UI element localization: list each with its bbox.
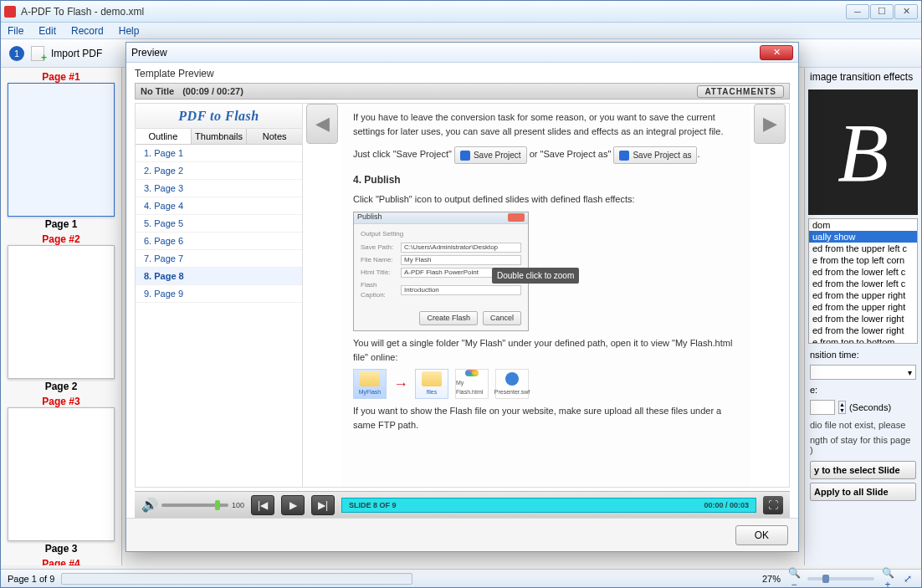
next-button[interactable]: ▶|: [311, 495, 335, 515]
effect-item[interactable]: dom: [809, 219, 917, 231]
import-pdf-icon[interactable]: [31, 46, 44, 61]
slide-area: PDF to Flash Outline Thumbnails Notes 1.…: [135, 103, 790, 488]
transition-time-row: nsition time:: [805, 347, 921, 362]
outline-item[interactable]: 6. Page 6: [136, 233, 302, 250]
outline-pane: PDF to Flash Outline Thumbnails Notes 1.…: [136, 104, 303, 487]
effect-list[interactable]: dom ually show ed from the upper left c …: [808, 218, 918, 344]
apply-select-slide-button[interactable]: y to the select Slide: [810, 461, 916, 479]
prev-slide-button[interactable]: ◀: [306, 104, 338, 144]
thumb-foot: Page 3: [8, 541, 115, 555]
thumb-2[interactable]: Page #2 Page 2: [8, 233, 115, 392]
text: Just click "Save Project": [353, 149, 452, 159]
effect-item[interactable]: ed from the lower right: [809, 325, 917, 336]
minimize-button[interactable]: [846, 4, 869, 19]
zoom-fit-icon[interactable]: ⤢: [901, 572, 914, 585]
zoom-in-icon[interactable]: 🔍+: [881, 572, 894, 585]
publish-cancel-button: Cancel: [483, 311, 521, 326]
fullscreen-button[interactable]: ⛶: [763, 496, 783, 514]
text: or "Save Project as": [530, 149, 612, 159]
volume-slider[interactable]: [161, 504, 228, 507]
time-label: e:: [810, 385, 817, 395]
app-icon: [4, 6, 16, 18]
volume-control[interactable]: 🔊 100: [141, 497, 244, 513]
menu-record[interactable]: Record: [71, 25, 104, 37]
import-pdf-label[interactable]: Import PDF: [51, 48, 102, 59]
seconds-spinner[interactable]: ▲▼: [838, 401, 846, 414]
step-badge-1: 1: [9, 46, 24, 61]
next-slide-button[interactable]: ▶: [754, 104, 786, 144]
effect-item[interactable]: ed from the lower left c: [809, 266, 917, 278]
zoom-value: 27%: [762, 574, 781, 584]
maximize-button[interactable]: [870, 4, 894, 19]
window-title: A-PDF To Flash - demo.xml: [21, 6, 846, 18]
page-thumbnails[interactable]: Page #1 Page 1 Page #2 Page 2 Page #3 Pa…: [1, 68, 122, 565]
effect-item[interactable]: e from top to bottom: [809, 336, 917, 344]
menu-help[interactable]: Help: [119, 25, 140, 37]
right-panel: image transition effects B dom ually sho…: [804, 68, 921, 565]
tab-thumbnails[interactable]: Thumbnails: [192, 129, 248, 144]
zoom-out-icon[interactable]: 🔍−: [787, 572, 801, 585]
file-html: My Flash.html: [455, 369, 489, 399]
speaker-icon[interactable]: 🔊: [141, 497, 158, 513]
tab-notes[interactable]: Notes: [247, 129, 302, 144]
transition-time-label: nsition time:: [810, 350, 859, 360]
tab-outline[interactable]: Outline: [136, 129, 192, 144]
thumb-4[interactable]: Page #4: [8, 558, 115, 565]
dialog-title: Preview: [131, 47, 760, 59]
titlebar[interactable]: A-PDF To Flash - demo.xml: [1, 1, 921, 23]
effect-item[interactable]: ed from the upper left c: [809, 243, 917, 254]
playbar: 🔊 100 |◀ ▶ ▶| SLIDE 8 OF 9 00:00 / 00:03…: [135, 491, 790, 518]
outline-item[interactable]: 5. Page 5: [136, 215, 302, 233]
dialog-close-button[interactable]: ✕: [760, 45, 793, 60]
zoom-tooltip: Double click to zoom: [492, 268, 579, 284]
outline-item[interactable]: 8. Page 8: [136, 268, 302, 285]
outline-item[interactable]: 4. Page 4: [136, 197, 302, 215]
thumb-image[interactable]: [8, 245, 115, 379]
outline-list[interactable]: 1. Page 1 2. Page 2 3. Page 3 4. Page 4 …: [136, 145, 302, 487]
thumb-3[interactable]: Page #3 Page 3: [8, 396, 115, 555]
save-path-value: C:\Users\Administrator\Desktop: [401, 243, 521, 253]
outline-tabs: Outline Thumbnails Notes: [136, 129, 302, 145]
slide-counter: SLIDE 8 OF 9: [349, 501, 397, 509]
apply-all-slide-button[interactable]: Apply to all Slide: [810, 483, 916, 501]
zoom-slider[interactable]: [807, 577, 874, 580]
effect-item[interactable]: e from the top left corn: [809, 254, 917, 266]
effect-preview: B: [808, 89, 918, 215]
outline-item[interactable]: 7. Page 7: [136, 250, 302, 268]
file-name-label: File Name:: [361, 255, 397, 265]
outline-item[interactable]: 9. Page 9: [136, 285, 302, 303]
flash-caption-value: Introduction: [401, 285, 521, 295]
effect-item[interactable]: ed from the lower right: [809, 313, 917, 325]
attachments-button[interactable]: ATTACHMENTS: [697, 85, 784, 98]
thumb-image[interactable]: [8, 407, 115, 541]
seconds-input[interactable]: [810, 400, 835, 415]
menu-file[interactable]: File: [8, 25, 23, 37]
dialog-footer: OK: [126, 518, 798, 551]
thumb-1[interactable]: Page #1 Page 1: [8, 71, 115, 230]
prev-button[interactable]: |◀: [251, 495, 274, 515]
effect-item[interactable]: ed from the upper right: [809, 289, 917, 301]
menu-edit[interactable]: Edit: [38, 25, 56, 37]
progress-track[interactable]: SLIDE 8 OF 9 00:00 / 00:03: [341, 498, 756, 513]
save-project-button: Save Project: [454, 146, 527, 164]
effect-item[interactable]: ually show: [809, 231, 917, 243]
outline-item[interactable]: 1. Page 1: [136, 145, 302, 162]
outline-item[interactable]: 2. Page 2: [136, 162, 302, 180]
thumb-foot: Page 2: [8, 379, 115, 392]
effect-item[interactable]: ed from the lower left c: [809, 278, 917, 289]
close-button[interactable]: [894, 4, 918, 19]
create-flash-button: Create Flash: [419, 311, 478, 326]
output-setting-label: Output Setting: [361, 229, 521, 239]
thumb-image[interactable]: [8, 83, 115, 217]
slide-viewer[interactable]: If you have to leave the conversion task…: [341, 104, 750, 487]
play-button[interactable]: ▶: [281, 495, 305, 515]
horizontal-scrollbar[interactable]: [61, 573, 412, 585]
dialog-titlebar[interactable]: Preview ✕: [126, 43, 798, 63]
publish-close-icon: [508, 213, 525, 222]
seconds-unit: (Seconds): [849, 402, 891, 412]
outline-item[interactable]: 3. Page 3: [136, 180, 302, 197]
transition-time-select[interactable]: [810, 365, 916, 380]
effect-item[interactable]: ed from the upper right: [809, 301, 917, 313]
ok-button[interactable]: OK: [735, 525, 788, 545]
preview-dialog: Preview ✕ Template Preview No Title (00:…: [125, 42, 799, 552]
